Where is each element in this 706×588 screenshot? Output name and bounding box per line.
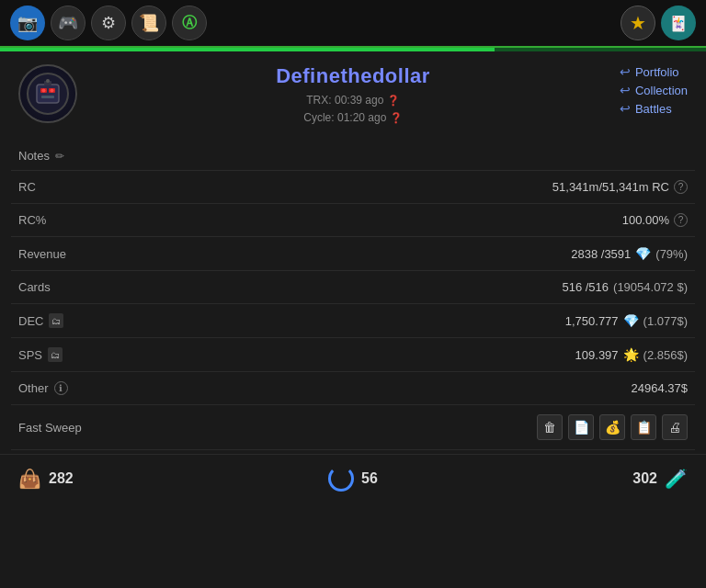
dec-mini-icon[interactable]: 🗂 — [49, 313, 63, 328]
trx-help-icon[interactable]: ❓ — [387, 95, 400, 106]
portfolio-link-icon: ↩ — [620, 64, 631, 79]
profile-section: Definethedollar TRX: 00:39 ago ❓ Cycle: … — [0, 51, 706, 136]
sps-row: SPS 🗂 109.397 🌟 (2.856$) — [11, 338, 695, 372]
cards-value: 516 /516 (19054.072 $) — [562, 280, 688, 294]
energy-count: 56 — [361, 470, 378, 487]
rc-row: RC 51,341m/51,341m RC ? — [11, 171, 695, 204]
dec-value: 1,750.777 💎 (1.077$) — [565, 313, 688, 328]
rc-pct-help-icon[interactable]: ? — [674, 213, 688, 227]
rc-pct-value: 100.00% ? — [622, 213, 688, 227]
potions-icon: 🧪 — [665, 468, 688, 490]
sweep-btn-2[interactable]: 📄 — [568, 414, 594, 440]
sweep-btn-3[interactable]: 💰 — [599, 414, 625, 440]
notes-row: Notes ✏ — [11, 140, 695, 171]
collection-link[interactable]: ↩ Collection — [620, 83, 688, 97]
spin-icon — [328, 466, 354, 492]
dec-row: DEC 🗂 1,750.777 💎 (1.077$) — [11, 304, 695, 338]
profile-meta: TRX: 00:39 ago ❓ Cycle: 01:20 ago ❓ — [18, 92, 688, 127]
sps-gem-icon: 🌟 — [623, 347, 639, 362]
revenue-row: Revenue 2838 /3591 💎 (79%) — [11, 237, 695, 271]
portfolio-link[interactable]: ↩ Portfolio — [620, 64, 688, 79]
stats-container: Notes ✏ RC 51,341m/51,341m RC ? RC% 100.… — [0, 140, 706, 450]
potions-count: 302 — [632, 470, 657, 487]
rc-label: RC — [18, 180, 36, 194]
dec-label: DEC 🗂 — [18, 313, 63, 328]
rc-value: 51,341m/51,341m RC ? — [552, 180, 688, 194]
cards-label: Cards — [18, 280, 51, 294]
battles-link[interactable]: ↩ Battles — [620, 101, 688, 116]
bags-icon: 👜 — [18, 468, 41, 490]
sweep-btn-1[interactable]: 🗑 — [537, 414, 563, 440]
revenue-gem-icon: 💎 — [635, 246, 651, 261]
other-label: Other ℹ — [18, 381, 68, 395]
star-icon[interactable]: ★ — [621, 6, 655, 40]
sps-value: 109.397 🌟 (2.856$) — [575, 347, 688, 362]
sps-mini-icon[interactable]: 🗂 — [48, 347, 63, 362]
energy-stat: 56 — [74, 466, 633, 492]
revenue-value: 2838 /3591 💎 (79%) — [571, 246, 688, 261]
collection-link-icon: ↩ — [620, 83, 631, 97]
cycle-time: 01:20 ago — [337, 111, 386, 124]
trx-time: 00:39 ago — [335, 94, 383, 107]
rc-pct-label: RC% — [18, 213, 46, 227]
rc-help-icon[interactable]: ? — [674, 180, 688, 194]
profile-info: Definethedollar TRX: 00:39 ago ❓ Cycle: … — [18, 64, 688, 127]
sweep-icons: 🗑 📄 💰 📋 🖨 — [537, 414, 688, 440]
camera-icon[interactable]: 📷 — [10, 6, 45, 40]
rc-pct-row: RC% 100.00% ? — [11, 204, 695, 237]
sweep-btn-4[interactable]: 📋 — [631, 414, 656, 440]
notes-label: Notes — [18, 149, 50, 163]
other-value: 24964.37$ — [632, 381, 688, 395]
trx-label: TRX: — [306, 94, 331, 107]
top-nav: 📷 🎮 ⚙ 📜 Ⓐ ★ 🃏 — [0, 0, 706, 48]
cycle-help-icon[interactable]: ❓ — [390, 112, 403, 123]
token-icon[interactable]: Ⓐ — [172, 6, 207, 40]
revenue-label: Revenue — [18, 247, 66, 261]
bottom-bar: 👜 282 56 302 🧪 — [0, 454, 706, 503]
other-info-icon[interactable]: ℹ — [54, 381, 68, 395]
fast-sweep-row: Fast Sweep 🗑 📄 💰 📋 🖨 — [11, 405, 695, 450]
sweep-btn-5[interactable]: 🖨 — [662, 414, 688, 440]
potions-stat: 302 🧪 — [632, 468, 688, 490]
cards-icon[interactable]: 🃏 — [661, 6, 696, 40]
bags-count: 282 — [49, 470, 74, 487]
notes-edit-icon[interactable]: ✏ — [55, 150, 64, 163]
profile-links: ↩ Portfolio ↩ Collection ↩ Battles — [620, 64, 688, 116]
cards-row: Cards 516 /516 (19054.072 $) — [11, 271, 695, 304]
sps-label: SPS 🗂 — [18, 347, 63, 362]
settings-icon[interactable]: ⚙ — [91, 6, 126, 40]
fast-sweep-label: Fast Sweep — [18, 421, 82, 435]
cycle-label: Cycle: — [303, 111, 334, 124]
other-row: Other ℹ 24964.37$ — [11, 372, 695, 405]
bags-stat: 👜 282 — [18, 468, 74, 490]
gamepad-icon[interactable]: 🎮 — [51, 6, 85, 40]
username: Definethedollar — [18, 64, 688, 88]
battles-link-icon: ↩ — [620, 101, 631, 116]
dec-gem-icon: 💎 — [623, 313, 639, 328]
scroll-icon[interactable]: 📜 — [131, 6, 166, 40]
